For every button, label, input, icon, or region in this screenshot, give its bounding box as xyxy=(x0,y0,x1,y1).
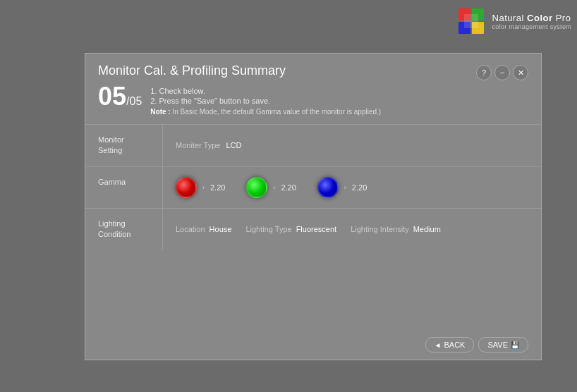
gamma-channels: › 2.20 › 2.20 › 2.20 xyxy=(176,177,367,198)
gamma-section: Gamma › 2.20 › 2.20 › 2.20 xyxy=(85,167,541,209)
back-button[interactable]: ◄ BACK xyxy=(425,337,475,353)
card-title: Monitor Cal. & Profiling Summary xyxy=(98,63,381,78)
card-footer: ◄ BACK SAVE 💾 xyxy=(85,330,541,360)
brand-subtitle: color management system xyxy=(492,23,571,30)
lighting-intensity-label: Lighting Intensity xyxy=(351,225,409,233)
svg-rect-4 xyxy=(464,14,478,28)
header-left: Monitor Cal. & Profiling Summary 05/05 1… xyxy=(98,63,381,117)
gamma-blue-arrow: › xyxy=(344,184,346,191)
location-value: House xyxy=(209,225,232,233)
back-icon: ◄ xyxy=(435,341,442,349)
step-number: 05/05 xyxy=(98,84,142,109)
minimize-button[interactable]: − xyxy=(494,65,510,80)
brand-logo xyxy=(456,6,487,37)
close-button[interactable]: ✕ xyxy=(513,65,528,80)
gamma-red-arrow: › xyxy=(202,184,205,191)
monitor-type-row: Moniter Type LCD xyxy=(176,141,241,149)
lighting-intensity-value: Medium xyxy=(413,225,441,233)
lighting-type-label: Lighting Type xyxy=(245,225,291,233)
brand-name: Natural Color Pro xyxy=(492,13,571,23)
monitor-setting-content: Moniter Type LCD xyxy=(163,125,541,166)
lighting-details: Location House Lighting Type Fluorescent… xyxy=(176,225,451,233)
gamma-red-value: 2.20 xyxy=(210,183,225,192)
card-header: Monitor Cal. & Profiling Summary 05/05 1… xyxy=(85,54,541,125)
location-label: Location xyxy=(176,225,205,233)
step-row: 05/05 1. Check below. 2. Press the "Save… xyxy=(98,84,381,117)
monitor-type-value: LCD xyxy=(226,141,241,149)
step-instructions: 1. Check below. 2. Press the "Save" butt… xyxy=(150,84,381,117)
gamma-blue-channel: › 2.20 xyxy=(317,177,367,198)
gamma-green-dot xyxy=(246,177,267,198)
header-controls: ? − ✕ xyxy=(476,63,528,80)
brand-text-container: Natural Color Pro color management syste… xyxy=(492,13,571,30)
gamma-label: Gamma xyxy=(85,167,163,208)
gamma-content: › 2.20 › 2.20 › 2.20 xyxy=(163,167,541,208)
save-icon: 💾 xyxy=(511,341,519,349)
gamma-red-channel: › 2.20 xyxy=(176,177,225,198)
gamma-red-dot xyxy=(176,177,197,198)
main-card: Monitor Cal. & Profiling Summary 05/05 1… xyxy=(85,53,542,360)
gamma-green-arrow: › xyxy=(273,184,275,191)
gamma-green-channel: › 2.20 xyxy=(246,177,296,198)
lighting-label: LightingCondition xyxy=(85,209,163,250)
monitor-type-label: Moniter Type xyxy=(176,141,220,149)
monitor-setting-label: MonitorSetting xyxy=(85,125,163,166)
help-button[interactable]: ? xyxy=(476,65,492,80)
step-note: Note : In Basic Mode, the default Gamma … xyxy=(150,108,381,116)
lighting-type-value: Fluorescent xyxy=(296,225,336,233)
monitor-setting-section: MonitorSetting Moniter Type LCD xyxy=(85,125,541,167)
lighting-section: LightingCondition Location House Lightin… xyxy=(85,209,541,250)
brand-area: Natural Color Pro color management syste… xyxy=(456,6,571,37)
gamma-blue-value: 2.20 xyxy=(352,183,367,192)
gamma-blue-dot xyxy=(317,177,339,198)
save-button[interactable]: SAVE 💾 xyxy=(478,337,528,353)
gamma-green-value: 2.20 xyxy=(281,183,296,192)
lighting-content: Location House Lighting Type Fluorescent… xyxy=(163,209,541,250)
